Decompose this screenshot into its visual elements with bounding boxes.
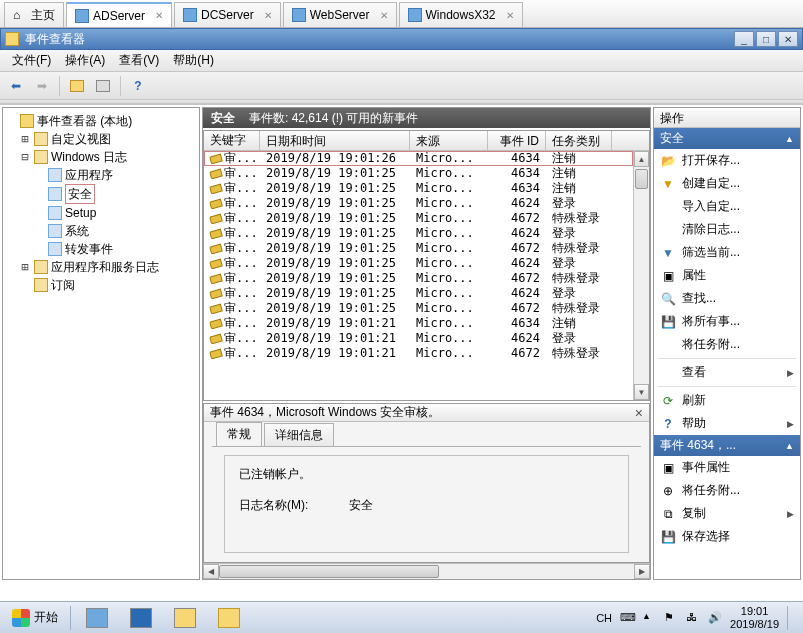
col-keyword[interactable]: 关键字 (204, 131, 260, 150)
tab-windowsx32[interactable]: WindowsX32✕ (399, 2, 523, 27)
action-copy[interactable]: ⧉复制▶ (654, 502, 800, 525)
task-event-viewer[interactable] (209, 605, 249, 631)
action-view[interactable]: 查看▶ (654, 361, 800, 384)
close-icon[interactable]: ✕ (506, 10, 514, 21)
tree-windows-logs[interactable]: ⊟Windows 日志 (5, 148, 197, 166)
center-header: 安全 事件数: 42,614 (!) 可用的新事件 (203, 108, 650, 128)
tab-details[interactable]: 详细信息 (264, 423, 334, 447)
action-attach-task[interactable]: 将任务附... (654, 333, 800, 356)
action-save-selected[interactable]: 💾保存选择 (654, 525, 800, 548)
event-list-body[interactable]: ▲ ▼ 审...2019/8/19 19:01:26Micro...4634注销… (204, 151, 649, 400)
key-icon (210, 332, 222, 344)
tree-security[interactable]: 安全 (5, 184, 197, 204)
action-filter-current[interactable]: ▼筛选当前... (654, 241, 800, 264)
col-datetime[interactable]: 日期和时间 (260, 131, 410, 150)
menu-help[interactable]: 帮助(H) (167, 50, 220, 71)
task-explorer[interactable] (165, 605, 205, 631)
expand-icon[interactable]: ⊞ (19, 130, 31, 148)
collapse-icon[interactable]: ⊟ (19, 148, 31, 166)
action-save-all[interactable]: 💾将所有事... (654, 310, 800, 333)
event-row[interactable]: 审...2019/8/19 19:01:25Micro...4624登录 (204, 226, 649, 241)
tab-home[interactable]: ⌂主页 (4, 2, 64, 27)
col-event-id[interactable]: 事件 ID (488, 131, 546, 150)
scroll-down-icon[interactable]: ▼ (634, 384, 649, 400)
close-icon[interactable]: × (635, 405, 643, 421)
task-powershell[interactable] (121, 605, 161, 631)
action-clear-log[interactable]: 清除日志... (654, 218, 800, 241)
expand-icon[interactable]: ⊞ (19, 258, 31, 276)
scroll-up-icon[interactable]: ▲ (634, 151, 649, 167)
event-row[interactable]: 审...2019/8/19 19:01:21Micro...4634注销 (204, 316, 649, 331)
keyboard-icon[interactable]: ⌨ (620, 611, 634, 625)
action-open-saved[interactable]: 📂打开保存... (654, 149, 800, 172)
action-section-security[interactable]: 安全▲ (654, 128, 800, 149)
tree-custom-views[interactable]: ⊞自定义视图 (5, 130, 197, 148)
action-find[interactable]: 🔍查找... (654, 287, 800, 310)
event-row[interactable]: 审...2019/8/19 19:01:25Micro...4634注销 (204, 166, 649, 181)
maximize-button[interactable]: □ (756, 31, 776, 47)
menu-file[interactable]: 文件(F) (6, 50, 57, 71)
event-row[interactable]: 审...2019/8/19 19:01:25Micro...4672特殊登录 (204, 301, 649, 316)
start-button[interactable]: 开始 (4, 607, 66, 629)
action-help[interactable]: ?帮助▶ (654, 412, 800, 435)
back-button[interactable]: ⬅ (4, 75, 28, 97)
event-row[interactable]: 审...2019/8/19 19:01:25Micro...4624登录 (204, 256, 649, 271)
action-section-event[interactable]: 事件 4634，...▲ (654, 435, 800, 456)
detail-body: 已注销帐户。 日志名称(M): 安全 (212, 446, 641, 561)
clock[interactable]: 19:01 2019/8/19 (730, 605, 779, 631)
detail-title-text: 事件 4634，Microsoft Windows 安全审核。 (210, 404, 440, 421)
volume-icon[interactable]: 🔊 (708, 611, 722, 625)
col-source[interactable]: 来源 (410, 131, 488, 150)
tab-dcserver[interactable]: DCServer✕ (174, 2, 281, 27)
network-icon[interactable]: 🖧 (686, 611, 700, 625)
action-properties[interactable]: ▣属性 (654, 264, 800, 287)
event-row[interactable]: 审...2019/8/19 19:01:25Micro...4672特殊登录 (204, 211, 649, 226)
close-icon[interactable]: ✕ (155, 10, 163, 21)
event-row[interactable]: 审...2019/8/19 19:01:25Micro...4634注销 (204, 181, 649, 196)
minimize-button[interactable]: _ (734, 31, 754, 47)
scroll-right-icon[interactable]: ▶ (634, 564, 650, 579)
tree-apps-services[interactable]: ⊞应用程序和服务日志 (5, 258, 197, 276)
columns-button[interactable] (91, 75, 115, 97)
event-row[interactable]: 审...2019/8/19 19:01:26Micro...4634注销 (204, 151, 649, 166)
flag-icon[interactable]: ⚑ (664, 611, 678, 625)
tree-setup[interactable]: Setup (5, 204, 197, 222)
tree-system[interactable]: 系统 (5, 222, 197, 240)
close-icon[interactable]: ✕ (380, 10, 388, 21)
scroll-left-icon[interactable]: ◀ (203, 564, 219, 579)
tree-root[interactable]: 事件查看器 (本地) (5, 112, 197, 130)
tree-forwarded[interactable]: 转发事件 (5, 240, 197, 258)
event-row[interactable]: 审...2019/8/19 19:01:21Micro...4624登录 (204, 331, 649, 346)
action-create-custom[interactable]: ▼创建自定... (654, 172, 800, 195)
forward-button[interactable]: ➡ (30, 75, 54, 97)
scroll-thumb[interactable] (219, 565, 439, 578)
col-task[interactable]: 任务类别 (546, 131, 612, 150)
task-server-manager[interactable] (77, 605, 117, 631)
event-row[interactable]: 审...2019/8/19 19:01:21Micro...4672特殊登录 (204, 346, 649, 361)
tab-webserver[interactable]: WebServer✕ (283, 2, 397, 27)
tab-general[interactable]: 常规 (216, 422, 262, 447)
ime-indicator[interactable]: CH (596, 612, 612, 624)
tree-application[interactable]: 应用程序 (5, 166, 197, 184)
event-row[interactable]: 审...2019/8/19 19:01:25Micro...4672特殊登录 (204, 271, 649, 286)
horizontal-scrollbar[interactable]: ◀ ▶ (203, 563, 650, 579)
tree-subscriptions[interactable]: 订阅 (5, 276, 197, 294)
action-import-custom[interactable]: 导入自定... (654, 195, 800, 218)
action-attach-task-event[interactable]: ⊕将任务附... (654, 479, 800, 502)
show-desktop[interactable] (787, 606, 793, 630)
help-button[interactable]: ? (126, 75, 150, 97)
action-event-properties[interactable]: ▣事件属性 (654, 456, 800, 479)
event-row[interactable]: 审...2019/8/19 19:01:25Micro...4624登录 (204, 286, 649, 301)
menu-view[interactable]: 查看(V) (113, 50, 165, 71)
menu-action[interactable]: 操作(A) (59, 50, 111, 71)
scroll-thumb[interactable] (635, 169, 648, 189)
close-icon[interactable]: ✕ (264, 10, 272, 21)
action-refresh[interactable]: ⟳刷新 (654, 389, 800, 412)
event-row[interactable]: 审...2019/8/19 19:01:25Micro...4672特殊登录 (204, 241, 649, 256)
event-row[interactable]: 审...2019/8/19 19:01:25Micro...4624登录 (204, 196, 649, 211)
tab-adserver[interactable]: ADServer✕ (66, 2, 172, 27)
vertical-scrollbar[interactable]: ▲ ▼ (633, 151, 649, 400)
chevron-up-icon[interactable]: ▲ (642, 611, 656, 625)
show-tree-button[interactable] (65, 75, 89, 97)
close-button[interactable]: ✕ (778, 31, 798, 47)
